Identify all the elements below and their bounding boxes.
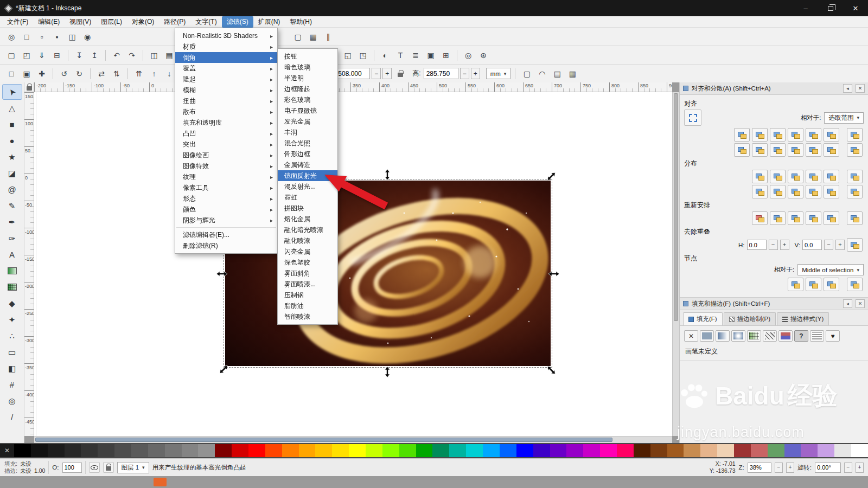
nodes-relative-to-select[interactable]: Middle of selection ▾ [797, 264, 864, 275]
filters-menu-item[interactable]: 删除滤镜(R) [175, 240, 277, 251]
palette-swatch[interactable] [751, 444, 768, 457]
flip-vertical-button[interactable]: ⇅ [110, 67, 124, 81]
paint-flat-button[interactable] [700, 330, 714, 342]
panel-close-button[interactable]: ✕ [856, 84, 865, 93]
opacity-input[interactable] [62, 463, 82, 473]
palette-swatch[interactable] [299, 444, 316, 457]
tool-ellipse[interactable]: ● [2, 133, 22, 149]
align-right-to-left-edge-button[interactable] [734, 128, 750, 142]
layer-select[interactable]: 图层 1 ▾ [117, 462, 149, 473]
distribute-equal-vertical-gaps-button[interactable] [806, 185, 821, 198]
palette-swatch[interactable] [349, 444, 366, 457]
export-button[interactable]: ↥ [87, 48, 101, 62]
menubar-item-文件(F)[interactable]: 文件(F) [2, 16, 33, 28]
snap-enabled-button[interactable]: ◎ [4, 30, 18, 44]
exchange-clockwise-button[interactable] [806, 211, 821, 225]
selection-handle-top-right[interactable] [546, 171, 557, 182]
bevel-submenu-item[interactable]: 电子显微镜 [278, 105, 337, 116]
paint-radial-button[interactable] [731, 330, 745, 342]
zoom-to-drawing-button[interactable]: ◱ [341, 48, 355, 62]
h-gap-decrease[interactable]: − [769, 240, 778, 250]
palette-swatch[interactable] [198, 444, 215, 457]
filters-menu-item[interactable]: 覆盖▸ [175, 63, 277, 74]
align-dialog-button[interactable]: ⊞ [439, 48, 453, 62]
move-as-group-toggle[interactable] [684, 110, 701, 126]
filters-menu-item[interactable]: 滤镜编辑器(E)... [175, 229, 277, 240]
tool-measure[interactable]: / [2, 409, 22, 425]
zoom-increase-button[interactable]: + [786, 463, 794, 473]
rotation-input[interactable] [815, 463, 841, 473]
tool-paint-bucket[interactable]: ◧ [2, 361, 22, 376]
panel-close-button[interactable]: ✕ [856, 299, 865, 308]
palette-swatch[interactable] [148, 444, 165, 457]
palette-swatch[interactable] [366, 444, 382, 457]
filters-menu-item[interactable]: 形态▸ [175, 193, 277, 204]
paint-swatch-button[interactable] [778, 330, 793, 342]
bevel-submenu-item[interactable]: 骨形边框 [278, 149, 337, 159]
palette-swatch[interactable] [315, 444, 332, 457]
filters-menu-item[interactable]: 突出▸ [175, 139, 277, 150]
distribute-nodes-horizontally-button[interactable] [824, 278, 839, 291]
bevel-submenu-item[interactable]: 边框隆起 [278, 84, 337, 94]
distribute-equal-horizontal-gaps-button[interactable] [806, 170, 821, 183]
menubar-item-视图(V)[interactable]: 视图(V) [65, 16, 96, 28]
tool-eraser[interactable]: ▭ [2, 344, 22, 360]
palette-no-color[interactable]: ✕ [0, 444, 14, 457]
palette-swatch[interactable] [617, 444, 634, 457]
taskbar-app-hint[interactable] [154, 478, 167, 486]
canvas-horizontal-scrollbar[interactable] [34, 436, 672, 443]
center-horizontal-axis-button[interactable] [770, 143, 786, 157]
v-gap-increase[interactable]: + [835, 240, 845, 250]
restore-button[interactable] [818, 0, 843, 16]
bevel-submenu-item[interactable]: 智能喷漆 [278, 311, 337, 322]
palette-swatch[interactable] [65, 444, 81, 457]
palette-swatch[interactable] [667, 444, 684, 457]
raise-button[interactable]: ↑ [147, 67, 161, 81]
bevel-submenu-item[interactable]: 压制钢 [278, 290, 337, 300]
palette-swatch[interactable] [600, 444, 617, 457]
rotation-increase-button[interactable]: + [856, 463, 864, 473]
transform-pattern-button[interactable]: ▦ [565, 67, 579, 81]
palette-swatch[interactable] [265, 444, 282, 457]
palette-swatch[interactable] [399, 444, 416, 457]
align-right-edges-button[interactable] [788, 128, 803, 142]
raise-to-top-button[interactable]: ⇈ [132, 67, 146, 81]
palette-swatch[interactable] [634, 444, 650, 457]
filters-menu-item[interactable]: 阴影与辉光▸ [175, 215, 277, 226]
filters-menu-item[interactable]: 图像绘画▸ [175, 150, 277, 160]
select-add-button[interactable]: ✚ [35, 67, 49, 81]
center-vertical-axis-button[interactable] [770, 128, 786, 142]
selection-handle-left[interactable] [216, 271, 227, 276]
tool-connector[interactable]: # [2, 377, 22, 393]
palette-swatch[interactable] [583, 444, 600, 457]
align-baseline-last-button[interactable] [824, 143, 839, 157]
tool-selector[interactable]: ➤ [2, 84, 22, 100]
filters-menu-item[interactable]: 像素工具▸ [175, 182, 277, 193]
palette-swatch[interactable] [466, 444, 483, 457]
palette-swatch[interactable] [717, 444, 734, 457]
palette-swatch[interactable] [165, 444, 182, 457]
palette-swatch[interactable] [232, 444, 248, 457]
palette-swatch[interactable] [449, 444, 466, 457]
select-bbox-button[interactable]: ▣ [20, 67, 34, 81]
align-nodes-vertically-button[interactable] [806, 278, 821, 291]
rotate-90-ccw-button[interactable]: ↺ [57, 67, 71, 81]
layer-lock-toggle[interactable] [103, 462, 114, 473]
palette-swatch[interactable] [382, 444, 399, 457]
palette-swatch[interactable] [650, 444, 667, 457]
exchange-in-stacking-order-button[interactable] [788, 211, 803, 225]
palette-swatch[interactable] [114, 444, 131, 457]
palette-swatch[interactable] [81, 444, 98, 457]
fill-stroke-indicator[interactable]: 填充: 未设 描边: 未设 1.00 [4, 460, 45, 474]
open-document-button[interactable]: ◰ [20, 48, 34, 62]
flip-horizontal-button[interactable]: ⇄ [94, 67, 108, 81]
align-bottom-edges-button[interactable] [788, 143, 803, 157]
filters-menu-item[interactable]: 图像特效▸ [175, 160, 277, 171]
redo-button[interactable]: ↷ [125, 48, 139, 62]
height-increase-button[interactable]: + [471, 68, 480, 79]
distribute-text-anchors-horizontal-button[interactable] [824, 170, 839, 183]
minimize-button[interactable]: – [793, 0, 818, 16]
palette-swatch[interactable] [700, 444, 717, 457]
h-gap-increase[interactable]: + [780, 240, 789, 250]
menubar-item-帮助(H)[interactable]: 帮助(H) [285, 16, 317, 28]
